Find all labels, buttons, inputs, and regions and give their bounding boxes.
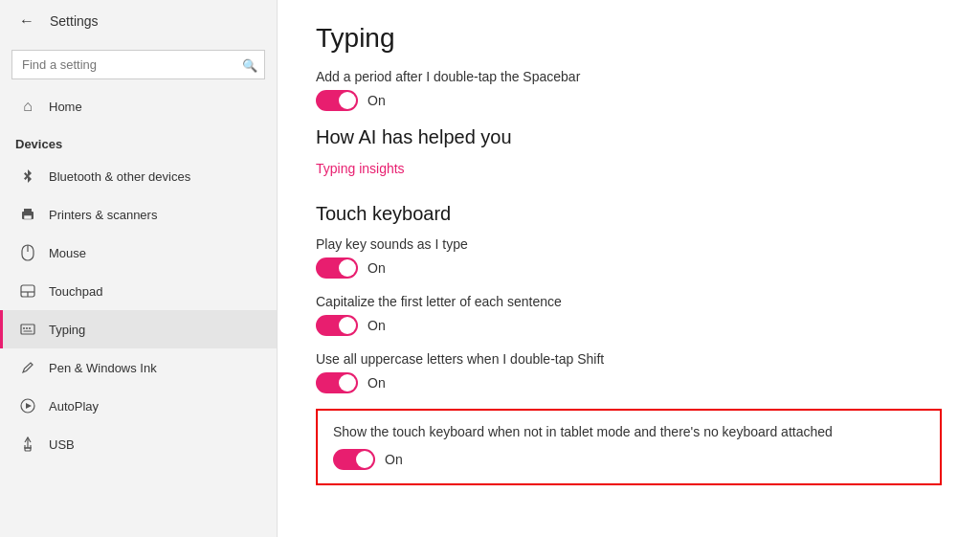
pen-icon [18, 358, 37, 377]
ai-section-heading: How AI has helped you [316, 126, 942, 148]
sidebar-header: ← Settings [0, 0, 277, 42]
sidebar-item-usb-label: USB [49, 437, 75, 452]
sidebar-section-label: Devices [0, 125, 277, 157]
sidebar-item-printers-label: Printers & scanners [49, 208, 157, 222]
printers-icon [18, 205, 37, 224]
typing-insights-link[interactable]: Typing insights [316, 161, 405, 176]
page-title: Typing [316, 23, 942, 54]
sidebar-title: Settings [50, 13, 99, 29]
autoplay-icon [18, 396, 37, 415]
capitalize-toggle-label: On [368, 318, 386, 333]
uppercase-toggle[interactable] [316, 372, 358, 393]
show-keyboard-toggle-label: On [385, 452, 403, 467]
sidebar-item-autoplay-label: AutoPlay [49, 399, 99, 414]
sidebar-item-mouse[interactable]: Mouse [0, 234, 277, 272]
sidebar-item-touchpad[interactable]: Touchpad [0, 272, 277, 310]
highlighted-keyboard-section: Show the touch keyboard when not in tabl… [316, 409, 942, 485]
sidebar: ← Settings 🔍 ⌂ Home Devices Bluetooth & … [0, 0, 278, 537]
capitalize-toggle-row: On [316, 315, 942, 336]
svg-rect-1 [24, 209, 32, 213]
svg-rect-19 [25, 448, 31, 451]
spacebar-setting-label: Add a period after I double-tap the Spac… [316, 69, 942, 84]
mouse-icon [18, 243, 37, 262]
sidebar-item-pen-label: Pen & Windows Ink [49, 361, 157, 375]
sidebar-item-pen[interactable]: Pen & Windows Ink [0, 348, 277, 387]
typing-icon [18, 320, 37, 339]
spacebar-toggle[interactable] [316, 90, 358, 111]
sidebar-item-typing[interactable]: Typing [0, 310, 277, 348]
sidebar-item-bluetooth[interactable]: Bluetooth & other devices [0, 157, 277, 195]
sidebar-item-bluetooth-label: Bluetooth & other devices [49, 169, 190, 184]
key-sounds-toggle[interactable] [316, 257, 358, 279]
sidebar-item-typing-label: Typing [49, 323, 85, 337]
touch-keyboard-heading: Touch keyboard [316, 203, 942, 225]
key-sounds-toggle-row: On [316, 257, 942, 279]
show-keyboard-toggle-row: On [333, 449, 924, 470]
uppercase-setting: Use all uppercase letters when I double-… [316, 351, 942, 367]
capitalize-label: Capitalize the first letter of each sent… [316, 294, 942, 309]
bluetooth-icon [18, 167, 37, 186]
key-sounds-setting: Play key sounds as I type [316, 236, 942, 252]
touchpad-icon [18, 281, 37, 301]
spacebar-setting-row: Add a period after I double-tap the Spac… [316, 69, 942, 84]
svg-rect-2 [24, 215, 32, 219]
sidebar-item-touchpad-label: Touchpad [49, 284, 102, 299]
main-content: Typing Add a period after I double-tap t… [278, 0, 980, 537]
back-button[interactable]: ← [15, 9, 38, 34]
uppercase-toggle-label: On [368, 375, 386, 391]
sidebar-item-home-label: Home [49, 100, 82, 114]
usb-icon [18, 435, 37, 454]
capitalize-toggle[interactable] [316, 315, 358, 336]
sidebar-item-printers[interactable]: Printers & scanners [0, 195, 277, 234]
svg-rect-8 [21, 324, 34, 334]
sidebar-item-autoplay[interactable]: AutoPlay [0, 387, 277, 425]
spacebar-toggle-row: On [316, 90, 942, 111]
svg-marker-14 [26, 403, 32, 409]
spacebar-toggle-label: On [368, 93, 386, 108]
sidebar-item-home[interactable]: ⌂ Home [0, 87, 277, 125]
home-icon: ⌂ [18, 97, 37, 116]
uppercase-label: Use all uppercase letters when I double-… [316, 351, 942, 367]
key-sounds-label: Play key sounds as I type [316, 236, 942, 252]
uppercase-toggle-row: On [316, 372, 942, 393]
capitalize-setting: Capitalize the first letter of each sent… [316, 294, 942, 309]
show-keyboard-toggle[interactable] [333, 449, 375, 470]
show-keyboard-label: Show the touch keyboard when not in tabl… [333, 424, 924, 439]
search-box: 🔍 [11, 50, 265, 79]
key-sounds-toggle-label: On [368, 260, 386, 276]
search-input[interactable] [11, 50, 265, 79]
sidebar-item-usb[interactable]: USB [0, 425, 277, 463]
sidebar-item-mouse-label: Mouse [49, 246, 86, 260]
